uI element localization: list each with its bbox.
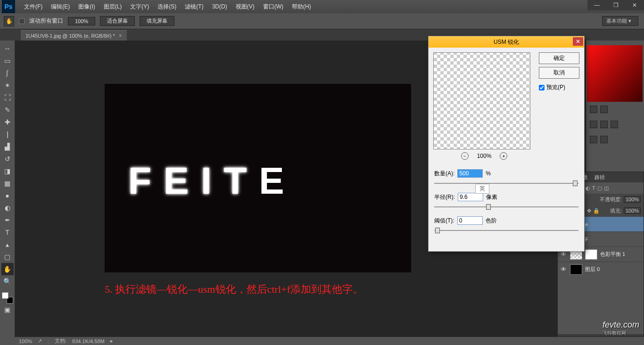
status-zoom[interactable]: 100% <box>19 338 32 344</box>
threshold-unit: 色阶 <box>486 217 497 225</box>
status-share-icon[interactable]: ↗ <box>38 338 42 344</box>
visibility-icon[interactable]: 👁 <box>560 251 567 258</box>
fill-value[interactable]: 100% <box>624 207 641 214</box>
styles-icon[interactable] <box>600 106 608 113</box>
dialog-titlebar[interactable]: USM 锐化 ✕ <box>429 36 584 48</box>
menu-type[interactable]: 文字(Y) <box>126 3 153 11</box>
opacity-label: 不透明度: <box>600 196 622 203</box>
color-swatches[interactable] <box>2 292 13 304</box>
preview-box[interactable] <box>433 52 530 149</box>
ime-indicator: 英 <box>475 184 489 194</box>
threshold-slider[interactable] <box>434 226 578 235</box>
paths-tab[interactable]: 路径 <box>594 174 605 181</box>
swatch-icon[interactable] <box>611 121 618 128</box>
zoom-out-icon[interactable]: − <box>461 152 469 160</box>
tool-preset-icon[interactable]: ✋ <box>4 16 14 26</box>
document-canvas[interactable]: F E I T E <box>105 84 411 272</box>
radius-label: 半径(R): <box>434 193 455 201</box>
layer-name: 色彩平衡 1 <box>600 251 625 258</box>
stamp-tool[interactable]: ▟ <box>1 140 14 153</box>
paths-icon[interactable] <box>600 121 608 128</box>
marquee-tool[interactable]: ▭ <box>1 55 14 67</box>
opacity-value[interactable]: 100% <box>624 196 641 203</box>
window-restore[interactable]: ❐ <box>606 0 625 10</box>
hand-tool[interactable]: ✋ <box>1 263 14 275</box>
threshold-label: 阈值(T): <box>434 217 454 225</box>
type-tool[interactable]: T <box>1 226 14 238</box>
history-brush-tool[interactable]: ↺ <box>1 153 14 165</box>
menu-file[interactable]: 文件(F) <box>20 3 47 11</box>
fit-screen-button[interactable]: 适合屏幕 <box>100 16 135 26</box>
menu-window[interactable]: 窗口(W) <box>259 3 288 11</box>
threshold-input[interactable] <box>457 216 483 225</box>
heal-tool[interactable]: ✚ <box>1 116 14 128</box>
scroll-all-checkbox[interactable] <box>19 18 25 24</box>
tools-panel: ↔ ▭ ʃ ✴ ⛶ ✎ ✚ ǀ ▟ ↺ ◨ ▦ ● ◐ ✒ T ▴ ▢ ✋ 🔍 … <box>0 41 15 337</box>
tab-title: 1U45UV8-1.jpg @ 100% (e, RGB/8#) * <box>25 33 115 39</box>
lock-all-icon[interactable]: 🔒 <box>593 208 600 214</box>
menu-help[interactable]: 帮助(H) <box>288 3 315 11</box>
filter-shape-icon[interactable]: ▢ <box>597 185 602 191</box>
color-panel[interactable] <box>587 45 643 102</box>
menu-edit[interactable]: 编辑(E) <box>47 3 74 11</box>
fill-screen-button[interactable]: 填充屏幕 <box>140 16 174 26</box>
zoom-100-button[interactable]: 100% <box>68 17 95 25</box>
menu-select[interactable]: 选择(S) <box>153 3 181 11</box>
channels-icon[interactable] <box>590 121 597 128</box>
quickmask-toggle[interactable]: ▣ <box>1 304 14 316</box>
dodge-tool[interactable]: ◐ <box>1 202 14 214</box>
zoom-tool[interactable]: 🔍 <box>1 275 14 288</box>
window-close[interactable]: ✕ <box>625 0 644 10</box>
menu-image[interactable]: 图像(I) <box>74 3 99 11</box>
document-tab[interactable]: 1U45UV8-1.jpg @ 100% (e, RGB/8#) * × <box>21 30 127 41</box>
zoom-in-icon[interactable]: + <box>500 152 507 160</box>
menu-view[interactable]: 视图(V) <box>231 3 259 11</box>
layer-name: 图层 0 <box>585 266 600 273</box>
dialog-close-icon[interactable]: ✕ <box>573 37 583 46</box>
cancel-button[interactable]: 取消 <box>539 67 579 79</box>
preview-label: 预览(P) <box>546 83 565 91</box>
gradient-tool[interactable]: ▦ <box>1 177 14 189</box>
adjustments-icon[interactable] <box>590 106 597 113</box>
move-tool[interactable]: ↔ <box>1 42 14 55</box>
preview-checkbox[interactable] <box>539 85 545 90</box>
amount-label: 数量(A): <box>434 170 454 178</box>
status-doc-label: 文档: <box>55 337 66 345</box>
visibility-icon[interactable]: 👁 <box>560 266 567 273</box>
eraser-tool[interactable]: ◨ <box>1 165 14 177</box>
menu-layer[interactable]: 图层(L) <box>99 3 126 11</box>
dialog-title: USM 锐化 <box>494 38 519 46</box>
amount-slider[interactable] <box>434 179 578 188</box>
eyedropper-tool[interactable]: ✎ <box>1 104 14 116</box>
actions-icon[interactable] <box>600 136 608 143</box>
ok-button[interactable]: 确定 <box>539 52 579 64</box>
history-icon[interactable] <box>590 136 597 143</box>
foreground-color-swatch[interactable] <box>2 292 8 299</box>
menu-3d[interactable]: 3D(D) <box>208 3 231 10</box>
filter-adj-icon[interactable]: ◐ <box>586 185 590 191</box>
radius-slider[interactable] <box>434 202 578 212</box>
wand-tool[interactable]: ✴ <box>1 79 14 91</box>
canvas-text: F E I T E <box>128 159 293 203</box>
brush-tool[interactable]: ǀ <box>1 128 14 140</box>
fill-label: 填充: <box>610 207 622 214</box>
lock-position-icon[interactable]: ✥ <box>587 208 591 214</box>
pen-tool[interactable]: ✒ <box>1 214 14 226</box>
layer-name: e <box>585 222 588 227</box>
blur-tool[interactable]: ● <box>1 189 14 202</box>
tab-close-icon[interactable]: × <box>119 33 122 39</box>
filter-smart-icon[interactable]: ◫ <box>604 185 609 191</box>
workspace-selector[interactable]: 基本功能 ▾ <box>602 16 638 26</box>
layer-item[interactable]: 👁 图层 0 <box>558 262 644 277</box>
layer-thumb <box>570 264 582 275</box>
window-minimize[interactable]: — <box>587 0 606 10</box>
crop-tool[interactable]: ⛶ <box>1 91 14 104</box>
path-select-tool[interactable]: ▴ <box>1 238 14 251</box>
menu-filter[interactable]: 滤镜(T) <box>181 3 207 11</box>
lasso-tool[interactable]: ʃ <box>1 67 14 79</box>
radius-input[interactable] <box>458 193 483 201</box>
shape-tool[interactable]: ▢ <box>1 251 14 263</box>
watermark: fevte.com 飞特教程网 <box>603 320 639 337</box>
filter-type-icon[interactable]: T <box>592 185 595 191</box>
amount-input[interactable] <box>457 169 483 178</box>
